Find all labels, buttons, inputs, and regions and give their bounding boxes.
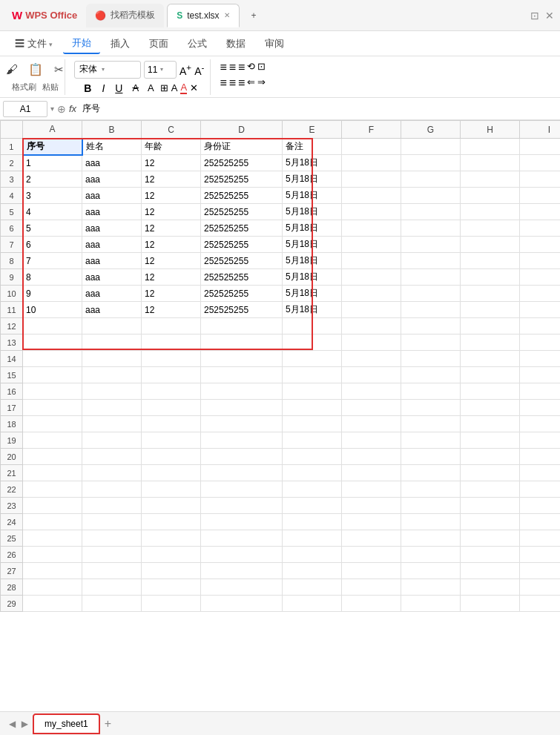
cell-extra-20-8[interactable] <box>520 449 561 465</box>
cell-extra-29-7[interactable] <box>461 596 520 612</box>
cell-extra-20-1[interactable] <box>82 449 142 465</box>
cell-i11[interactable] <box>520 302 561 318</box>
cell-extra-22-1[interactable] <box>82 481 142 498</box>
col-header-c[interactable]: C <box>142 121 201 139</box>
cell-d3[interactable]: 252525255 <box>201 171 283 188</box>
cell-b4[interactable]: aaa <box>82 188 142 204</box>
cell-extra-29-0[interactable] <box>23 596 82 612</box>
cell-extra-17-6[interactable] <box>401 400 461 416</box>
sheet-tab-mysheet1[interactable]: my_sheet1 <box>33 713 100 734</box>
cell-a9[interactable]: 8 <box>23 269 82 286</box>
cell-f7[interactable] <box>342 237 401 253</box>
bold-btn[interactable]: B <box>80 81 95 96</box>
cell-extra-29-4[interactable] <box>283 596 342 612</box>
cell-h4[interactable] <box>461 188 520 204</box>
cell-f10[interactable] <box>342 286 401 302</box>
cell-extra-21-6[interactable] <box>401 465 461 481</box>
cell-c8[interactable]: 12 <box>142 253 201 269</box>
cell-g11[interactable] <box>401 302 461 318</box>
cell-extra-16-8[interactable] <box>520 383 561 400</box>
cell-b13[interactable] <box>82 334 142 351</box>
cell-i10[interactable] <box>520 286 561 302</box>
cell-f5[interactable] <box>342 204 401 220</box>
cell-extra-23-5[interactable] <box>342 498 401 514</box>
cell-extra-17-0[interactable] <box>23 400 82 416</box>
cell-extra-20-5[interactable] <box>342 449 401 465</box>
cell-extra-22-4[interactable] <box>283 481 342 498</box>
decrease-font-btn[interactable]: A- <box>194 62 204 77</box>
cell-extra-28-5[interactable] <box>342 579 401 596</box>
cell-e13[interactable] <box>283 334 342 351</box>
cell-extra-15-1[interactable] <box>82 367 142 383</box>
cell-extra-26-4[interactable] <box>283 547 342 563</box>
ribbon-tab-page[interactable]: 页面 <box>140 34 177 53</box>
sheet-nav-prev[interactable]: ◀ <box>6 719 19 729</box>
formula-input[interactable] <box>79 101 557 117</box>
increase-font-btn[interactable]: A+ <box>179 62 191 77</box>
indent-increase-btn[interactable]: ⇒ <box>257 76 266 90</box>
tab-close-icon[interactable]: ✕ <box>224 11 230 19</box>
cell-d9[interactable]: 252525255 <box>201 269 283 286</box>
minimize-btn[interactable]: ⊡ <box>530 10 539 22</box>
cell-a1[interactable]: 序号 <box>23 139 82 155</box>
cell-extra-15-3[interactable] <box>201 367 283 383</box>
cell-extra-24-3[interactable] <box>201 514 283 530</box>
cell-b8[interactable]: aaa <box>82 253 142 269</box>
cell-extra-27-5[interactable] <box>342 563 401 579</box>
cell-extra-18-5[interactable] <box>342 416 401 432</box>
cell-extra-23-7[interactable] <box>461 498 520 514</box>
ribbon-tab-review[interactable]: 审阅 <box>256 34 293 53</box>
cell-a13[interactable] <box>23 334 82 351</box>
cell-extra-24-7[interactable] <box>461 514 520 530</box>
cell-extra-29-1[interactable] <box>82 596 142 612</box>
col-header-a[interactable]: A <box>23 121 82 139</box>
cell-extra-15-4[interactable] <box>283 367 342 383</box>
cell-i7[interactable] <box>520 237 561 253</box>
cell-extra-14-8[interactable] <box>520 351 561 367</box>
cell-d8[interactable]: 252525255 <box>201 253 283 269</box>
cell-extra-25-3[interactable] <box>201 530 283 547</box>
cell-extra-27-8[interactable] <box>520 563 561 579</box>
cell-extra-19-2[interactable] <box>142 432 201 449</box>
cell-extra-23-2[interactable] <box>142 498 201 514</box>
cell-g5[interactable] <box>401 204 461 220</box>
cell-extra-16-1[interactable] <box>82 383 142 400</box>
cell-f3[interactable] <box>342 171 401 188</box>
cell-f13[interactable] <box>342 334 401 351</box>
cell-i8[interactable] <box>520 253 561 269</box>
cell-extra-18-4[interactable] <box>283 416 342 432</box>
cell-extra-24-6[interactable] <box>401 514 461 530</box>
align-middle-btn[interactable]: ≡ <box>229 61 236 74</box>
cell-extra-28-8[interactable] <box>520 579 561 596</box>
cell-g12[interactable] <box>401 318 461 334</box>
ribbon-tab-insert[interactable]: 插入 <box>102 34 139 53</box>
cell-extra-19-7[interactable] <box>461 432 520 449</box>
cell-i5[interactable] <box>520 204 561 220</box>
cell-extra-23-3[interactable] <box>201 498 283 514</box>
cell-extra-27-2[interactable] <box>142 563 201 579</box>
cell-h12[interactable] <box>461 318 520 334</box>
cell-extra-20-4[interactable] <box>283 449 342 465</box>
cell-extra-14-0[interactable] <box>23 351 82 367</box>
strikethrough-btn[interactable]: A <box>129 81 142 95</box>
col-header-d[interactable]: D <box>201 121 283 139</box>
cell-extra-27-3[interactable] <box>201 563 283 579</box>
cell-extra-22-7[interactable] <box>461 481 520 498</box>
ribbon-tab-start[interactable]: 开始 <box>63 33 100 54</box>
cell-extra-25-5[interactable] <box>342 530 401 547</box>
cell-h5[interactable] <box>461 204 520 220</box>
tab-template[interactable]: 🔴 找稻壳模板 <box>86 4 164 27</box>
cell-a11[interactable]: 10 <box>23 302 82 318</box>
cell-extra-15-6[interactable] <box>401 367 461 383</box>
font-color-bg-btn[interactable]: A <box>145 81 157 95</box>
col-header-i[interactable]: I <box>520 121 561 139</box>
cell-h9[interactable] <box>461 269 520 286</box>
cell-extra-16-7[interactable] <box>461 383 520 400</box>
cell-h1[interactable] <box>461 139 520 155</box>
cell-c12[interactable] <box>142 318 201 334</box>
cell-d6[interactable]: 252525255 <box>201 220 283 237</box>
cell-extra-26-7[interactable] <box>461 547 520 563</box>
cell-h8[interactable] <box>461 253 520 269</box>
cell-extra-20-6[interactable] <box>401 449 461 465</box>
cell-extra-15-8[interactable] <box>520 367 561 383</box>
